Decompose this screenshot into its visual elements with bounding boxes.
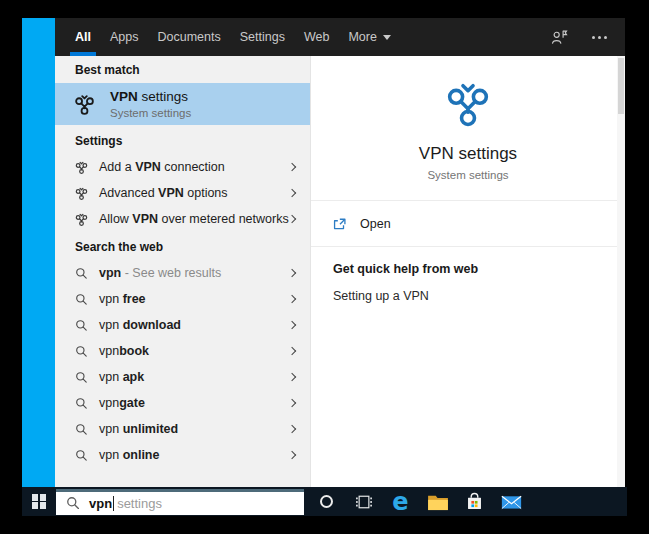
best-match-title: VPN settings (110, 89, 191, 105)
text-part: vpn (99, 266, 121, 280)
tab-all[interactable]: All (75, 18, 91, 56)
settings-result-row[interactable]: Advanced VPN options (55, 180, 310, 206)
text-part: download (123, 318, 181, 332)
text-part: free (123, 292, 146, 306)
web-search-row[interactable]: vpn - See web results (55, 260, 310, 286)
scrollbar-thumb[interactable] (618, 58, 624, 114)
text-part: book (119, 344, 149, 358)
task-view-icon (355, 493, 373, 511)
chevron-right-icon (288, 425, 296, 433)
preview-title: VPN settings (311, 144, 625, 164)
chevron-right-icon (288, 215, 296, 223)
open-in-new-window-icon (333, 217, 347, 231)
search-icon (66, 496, 80, 510)
feedback-icon[interactable] (551, 29, 568, 46)
row-text: vpn download (99, 318, 181, 332)
row-text: vpn free (99, 292, 146, 306)
open-action[interactable]: Open (311, 201, 625, 247)
chevron-down-icon (383, 35, 391, 40)
tab-label: All (75, 30, 91, 44)
search-icon (75, 345, 88, 358)
web-search-row[interactable]: vpngate (55, 390, 310, 416)
best-match-result[interactable]: VPN settingsSystem settings (55, 83, 310, 125)
web-search-row[interactable]: vpn download (55, 312, 310, 338)
mail-icon (501, 493, 522, 511)
chevron-right-icon (288, 373, 296, 381)
tab-label: More (348, 30, 376, 44)
text-part: vpn (99, 448, 123, 462)
filter-tabs: AllAppsDocumentsSettingsWebMore (75, 18, 410, 56)
row-text: vpngate (99, 396, 145, 410)
row-text: Advanced VPN options (99, 186, 228, 200)
text-part: options (184, 186, 228, 200)
web-search-row[interactable]: vpnbook (55, 338, 310, 364)
web-search-row[interactable]: vpn free (55, 286, 310, 312)
row-text: vpn unlimited (99, 422, 178, 436)
file-explorer-button[interactable] (419, 487, 456, 516)
section-label-search-the-web: Search the web (75, 240, 310, 254)
preview-hero: VPN settings System settings (311, 56, 625, 201)
text-part: VPN (110, 89, 138, 104)
search-typed-text: vpn (89, 496, 112, 511)
text-part: vpn (99, 292, 123, 306)
search-icon (75, 397, 88, 410)
tab-label: Web (304, 30, 329, 44)
text-part: Advanced (99, 186, 158, 200)
chevron-right-icon (288, 399, 296, 407)
cortana-icon (320, 495, 333, 508)
search-icon (75, 293, 88, 306)
tab-web[interactable]: Web (304, 18, 329, 56)
ellipsis-icon[interactable] (592, 36, 607, 39)
chevron-right-icon (288, 163, 296, 171)
help-link[interactable]: Setting up a VPN (333, 289, 603, 303)
desktop-window-strip (22, 18, 55, 487)
taskbar-search-input[interactable]: vpn settings (56, 489, 304, 515)
row-text: vpn online (99, 448, 159, 462)
row-text: vpn - See web results (99, 266, 221, 280)
preview-panel: VPN settings System settings Open Get qu… (310, 56, 625, 487)
text-part: Allow (99, 212, 132, 226)
web-search-row[interactable]: vpn apk (55, 364, 310, 390)
tab-label: Apps (110, 30, 139, 44)
start-button[interactable] (22, 487, 56, 516)
taskbar: vpn settings e (22, 487, 627, 516)
text-part: vpn (99, 422, 123, 436)
tab-label: Documents (157, 30, 220, 44)
search-icon (75, 371, 88, 384)
store-button[interactable] (456, 487, 493, 516)
scrollbar[interactable] (617, 56, 625, 487)
settings-result-row[interactable]: Add a VPN connection (55, 154, 310, 180)
text-part: apk (123, 370, 145, 384)
web-search-row[interactable]: vpn online (55, 442, 310, 468)
settings-result-row[interactable]: Allow VPN over metered networks (55, 206, 310, 232)
tab-settings[interactable]: Settings (240, 18, 285, 56)
vpn-icon (75, 187, 88, 200)
web-search-row[interactable]: vpn unlimited (55, 416, 310, 442)
text-part: VPN (135, 160, 161, 174)
search-suggestion-text: settings (117, 496, 162, 511)
search-icon (75, 423, 88, 436)
chevron-right-icon (288, 189, 296, 197)
row-text: Allow VPN over metered networks (99, 212, 289, 226)
cortana-button[interactable] (308, 487, 345, 516)
text-part: vpn (99, 318, 123, 332)
edge-button[interactable]: e (382, 487, 419, 516)
text-part: online (123, 448, 160, 462)
edge-icon: e (392, 491, 408, 513)
tab-more[interactable]: More (348, 18, 390, 56)
row-text: vpnbook (99, 344, 149, 358)
section-label-settings: Settings (75, 134, 310, 148)
text-part: settings (138, 89, 188, 104)
row-text: vpn apk (99, 370, 144, 384)
task-view-button[interactable] (345, 487, 382, 516)
text-part: gate (119, 396, 145, 410)
search-flyout: AllAppsDocumentsSettingsWebMore Best mat… (55, 18, 625, 487)
tab-apps[interactable]: Apps (110, 18, 139, 56)
windows-start-icon (32, 494, 47, 509)
header-actions (551, 18, 607, 56)
chevron-right-icon (288, 347, 296, 355)
flyout-body: Best match VPN settingsSystem settingsSe… (55, 56, 625, 487)
search-filter-bar: AllAppsDocumentsSettingsWebMore (55, 18, 625, 56)
mail-button[interactable] (493, 487, 530, 516)
tab-documents[interactable]: Documents (157, 18, 220, 56)
